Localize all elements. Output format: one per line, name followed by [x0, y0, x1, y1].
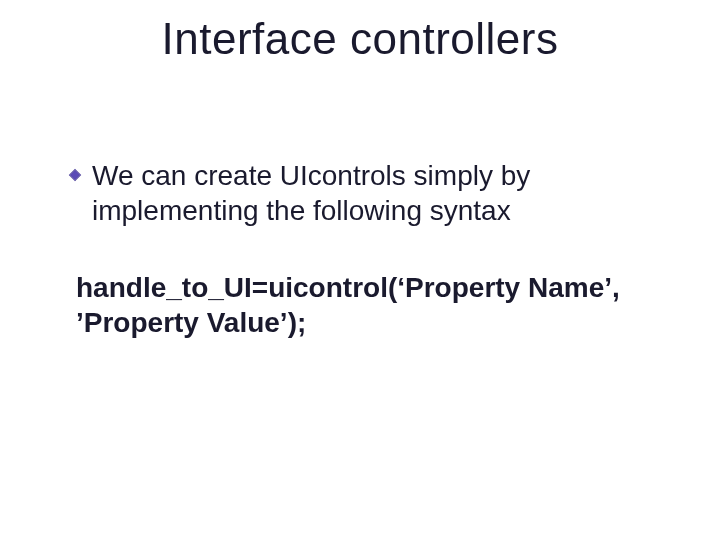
- bullet-text: We can create UIcontrols simply by imple…: [92, 158, 660, 228]
- slide: Interface controllers We can create UIco…: [0, 0, 720, 540]
- bullet-item: We can create UIcontrols simply by imple…: [68, 158, 660, 228]
- slide-title: Interface controllers: [0, 14, 720, 64]
- svg-rect-0: [69, 169, 80, 180]
- slide-body: We can create UIcontrols simply by imple…: [68, 158, 660, 340]
- diamond-bullet-icon: [68, 168, 82, 182]
- code-syntax: handle_to_UI=uicontrol(‘Property Name’, …: [76, 270, 660, 340]
